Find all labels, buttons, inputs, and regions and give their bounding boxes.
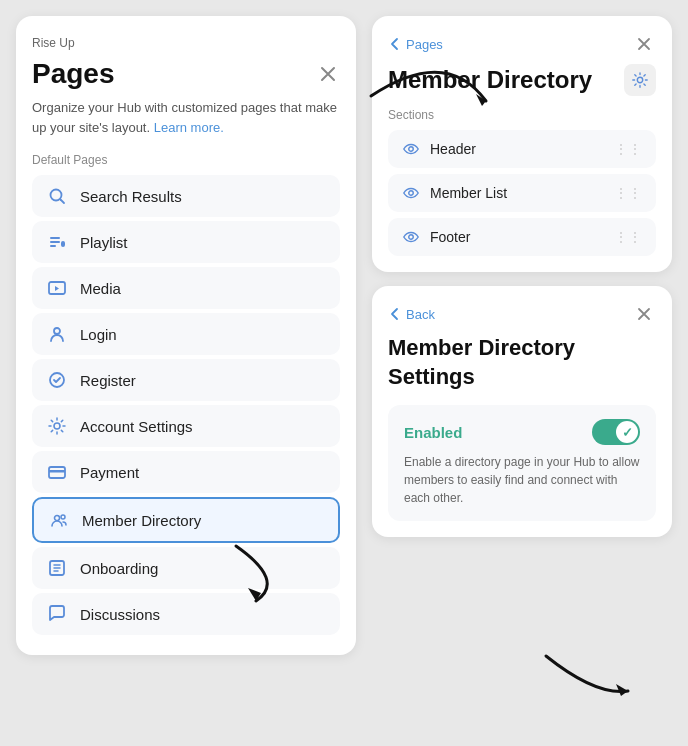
member-directory-title: Member Directory (388, 66, 592, 94)
member-directory-title-row: Member Directory (388, 64, 656, 96)
member-directory-panel: Pages Member Directory Sections (372, 16, 672, 272)
page-item-discussions[interactable]: Discussions (32, 593, 340, 635)
back-link-settings[interactable]: Back (388, 307, 435, 322)
svg-point-8 (54, 423, 60, 429)
pages-list: Search Results Playlist Media (32, 175, 340, 635)
close-bottom-panel-button[interactable] (632, 302, 656, 326)
app-name: Rise Up (32, 36, 340, 50)
page-name-register: Register (80, 372, 136, 389)
svg-rect-2 (50, 241, 60, 243)
account-settings-icon (46, 415, 68, 437)
discussions-icon (46, 603, 68, 625)
section-item-member-list[interactable]: Member List ⋮⋮ (388, 174, 656, 212)
section-item-footer[interactable]: Footer ⋮⋮ (388, 218, 656, 256)
page-name-onboarding: Onboarding (80, 560, 158, 577)
page-name-login: Login (80, 326, 117, 343)
svg-rect-3 (50, 245, 56, 247)
gear-icon (631, 71, 649, 89)
playlist-icon (46, 231, 68, 253)
svg-point-17 (409, 235, 414, 240)
page-name-member-directory: Member Directory (82, 512, 201, 529)
enabled-label: Enabled (404, 424, 462, 441)
svg-point-15 (409, 147, 414, 152)
media-icon (46, 277, 68, 299)
close-top-panel-button[interactable] (632, 32, 656, 56)
members-icon (48, 509, 70, 531)
svg-marker-20 (616, 684, 628, 696)
section-name-footer: Footer (430, 229, 470, 245)
svg-rect-1 (50, 237, 60, 239)
page-name-account-settings: Account Settings (80, 418, 193, 435)
eye-icon-member-list (402, 184, 420, 202)
page-item-payment[interactable]: Payment (32, 451, 340, 493)
back-arrow-icon-settings (388, 307, 402, 321)
close-icon-top (637, 37, 651, 51)
sections-list: Header ⋮⋮ Member List ⋮⋮ (388, 130, 656, 256)
login-icon (46, 323, 68, 345)
close-icon-bottom (637, 307, 651, 321)
drag-handle-footer: ⋮⋮ (614, 229, 642, 245)
close-icon (320, 66, 336, 82)
onboarding-icon (46, 557, 68, 579)
enabled-toggle[interactable]: ✓ (592, 419, 640, 445)
page-item-register[interactable]: Register (32, 359, 340, 401)
page-item-login[interactable]: Login (32, 313, 340, 355)
back-arrow-icon (388, 37, 402, 51)
svg-point-6 (54, 328, 60, 334)
settings-gear-button[interactable] (624, 64, 656, 96)
drag-handle-member-list: ⋮⋮ (614, 185, 642, 201)
page-item-account-settings[interactable]: Account Settings (32, 405, 340, 447)
svg-point-14 (637, 77, 642, 82)
page-item-media[interactable]: Media (32, 267, 340, 309)
section-name-member-list: Member List (430, 185, 507, 201)
learn-more-link[interactable]: Learn more. (154, 120, 224, 135)
enabled-settings-card: Enabled ✓ Enable a directory page in you… (388, 405, 656, 521)
enabled-description: Enable a directory page in your Hub to a… (404, 453, 640, 507)
search-icon (46, 185, 68, 207)
svg-rect-10 (49, 470, 65, 473)
left-panel: Rise Up Pages Organize your Hub with cus… (16, 16, 356, 655)
page-name-playlist: Playlist (80, 234, 128, 251)
sections-label: Sections (388, 108, 656, 122)
page-item-member-directory[interactable]: Member Directory (32, 497, 340, 543)
back-to-pages-link[interactable]: Pages (388, 37, 443, 52)
eye-icon-footer (402, 228, 420, 246)
close-button[interactable] (316, 62, 340, 86)
page-item-search-results[interactable]: Search Results (32, 175, 340, 217)
settings-title: Member Directory Settings (388, 334, 656, 391)
svg-point-16 (409, 191, 414, 196)
svg-point-12 (61, 515, 65, 519)
right-column: Pages Member Directory Sections (372, 16, 672, 655)
page-name-discussions: Discussions (80, 606, 160, 623)
page-name-media: Media (80, 280, 121, 297)
payment-icon (46, 461, 68, 483)
page-item-onboarding[interactable]: Onboarding (32, 547, 340, 589)
drag-handle-header: ⋮⋮ (614, 141, 642, 157)
page-item-playlist[interactable]: Playlist (32, 221, 340, 263)
page-name-payment: Payment (80, 464, 139, 481)
section-name-header: Header (430, 141, 476, 157)
toggle-thumb: ✓ (616, 421, 638, 443)
svg-rect-4 (61, 241, 65, 247)
svg-point-0 (51, 190, 62, 201)
page-name-search-results: Search Results (80, 188, 182, 205)
svg-point-11 (55, 516, 60, 521)
register-icon (46, 369, 68, 391)
toggle-check-icon: ✓ (622, 425, 633, 440)
eye-icon-header (402, 140, 420, 158)
panel-title: Pages (32, 58, 115, 90)
member-directory-settings-panel: Back Member Directory Settings Enabled ✓… (372, 286, 672, 537)
section-item-header[interactable]: Header ⋮⋮ (388, 130, 656, 168)
default-pages-label: Default Pages (32, 153, 340, 167)
panel-description: Organize your Hub with customized pages … (32, 98, 340, 137)
